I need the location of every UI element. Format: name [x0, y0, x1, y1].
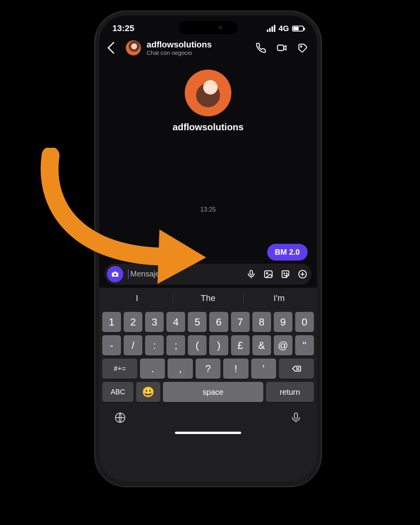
keyboard-footer [102, 405, 315, 428]
key-amp[interactable]: & [252, 335, 271, 355]
key-4[interactable]: 4 [166, 312, 185, 332]
suggestion-2[interactable]: The [173, 288, 244, 309]
key-row-bottom: ABC 😀 space return [102, 382, 314, 402]
key-pound[interactable]: £ [231, 335, 250, 355]
svg-point-7 [286, 273, 287, 274]
key-slash[interactable]: / [124, 335, 142, 355]
key-colon[interactable]: : [145, 335, 164, 355]
message-timestamp: 13:25 [99, 206, 317, 213]
contact-avatar[interactable] [185, 70, 231, 116]
network-label: 4G [278, 24, 289, 33]
header-avatar[interactable] [126, 40, 141, 56]
message-input[interactable]: Mensaje... [128, 270, 242, 279]
tag-icon[interactable] [298, 42, 308, 53]
chat-scroll-area[interactable]: 13:25 BM 2.0 [99, 179, 317, 264]
suggestion-1[interactable]: I [102, 288, 173, 309]
keyboard-suggestions: I The I'm [102, 288, 315, 309]
svg-point-6 [284, 273, 285, 274]
key-8[interactable]: 8 [252, 312, 271, 332]
svg-point-1 [301, 46, 302, 47]
text-cursor [128, 270, 129, 279]
voice-message-icon[interactable] [246, 269, 256, 279]
back-icon[interactable] [107, 42, 119, 54]
key-0[interactable]: 0 [295, 312, 314, 332]
svg-rect-3 [250, 270, 253, 275]
status-time: 13:25 [112, 23, 134, 33]
sticker-icon[interactable] [280, 269, 290, 279]
battery-icon [292, 26, 304, 32]
cellular-signal-icon [267, 25, 275, 32]
key-rparen[interactable]: ) [209, 335, 228, 355]
message-composer: Mensaje... [105, 264, 312, 285]
status-right: 4G [267, 24, 304, 33]
key-7[interactable]: 7 [231, 312, 250, 332]
key-space[interactable]: space [163, 382, 263, 402]
svg-rect-4 [264, 271, 272, 277]
contact-profile-block: adflowsolutions [99, 70, 317, 133]
key-row-1: 1 2 3 4 5 6 7 8 9 0 [102, 312, 314, 332]
key-backspace[interactable] [279, 359, 314, 379]
gallery-icon[interactable] [263, 269, 273, 279]
header-title-block[interactable]: adflowsolutions Chat con negocio [147, 40, 250, 56]
key-2[interactable]: 2 [124, 312, 142, 332]
screen: 13:25 4G adflowsolutions Chat con negoci… [99, 16, 317, 482]
key-question[interactable]: ? [196, 359, 220, 379]
svg-rect-10 [294, 413, 298, 419]
key-6[interactable]: 6 [209, 312, 228, 332]
phone-frame: 13:25 4G adflowsolutions Chat con negoci… [95, 12, 321, 486]
key-lparen[interactable]: ( [188, 335, 206, 355]
svg-point-2 [114, 273, 116, 276]
key-row-3: #+= . , ? ! ' [102, 359, 314, 379]
add-icon[interactable] [298, 269, 308, 279]
key-exclaim[interactable]: ! [223, 359, 248, 379]
sent-message-bubble[interactable]: BM 2.0 [267, 244, 308, 261]
key-emoji[interactable]: 😀 [136, 382, 160, 402]
key-abc[interactable]: ABC [102, 382, 133, 402]
suggestion-3[interactable]: I'm [243, 288, 315, 309]
key-3[interactable]: 3 [145, 312, 164, 332]
message-placeholder: Mensaje... [130, 270, 166, 278]
key-apostrophe[interactable]: ' [251, 359, 276, 379]
key-dash[interactable]: - [102, 335, 121, 355]
key-9[interactable]: 9 [274, 312, 292, 332]
key-comma[interactable]: , [168, 359, 192, 379]
chat-header: adflowsolutions Chat con negocio [99, 36, 317, 62]
key-at[interactable]: @ [274, 335, 292, 355]
header-subtitle: Chat con negocio [147, 49, 250, 56]
key-1[interactable]: 1 [102, 312, 121, 332]
svg-rect-0 [277, 45, 284, 51]
phone-notch [179, 21, 237, 34]
key-period[interactable]: . [140, 359, 165, 379]
key-row-2: - / : ; ( ) £ & @ " [102, 335, 314, 355]
key-semicolon[interactable]: ; [166, 335, 185, 355]
key-return[interactable]: return [266, 382, 314, 402]
camera-button[interactable] [107, 266, 123, 282]
contact-display-name: adflowsolutions [99, 122, 317, 133]
phone-call-icon[interactable] [256, 42, 266, 53]
canvas: 13:25 4G adflowsolutions Chat con negoci… [0, 0, 420, 525]
header-username: adflowsolutions [147, 40, 250, 49]
key-more-symbols[interactable]: #+= [102, 359, 137, 379]
key-quote[interactable]: " [295, 335, 314, 355]
dictation-icon[interactable] [290, 411, 302, 425]
soft-keyboard: I The I'm 1 2 3 4 5 6 7 8 9 0 - [99, 288, 317, 482]
key-5[interactable]: 5 [188, 312, 206, 332]
svg-point-5 [266, 273, 268, 274]
home-indicator[interactable] [175, 432, 241, 434]
globe-icon[interactable] [114, 411, 126, 425]
header-actions [256, 42, 308, 53]
video-call-icon[interactable] [276, 42, 287, 53]
